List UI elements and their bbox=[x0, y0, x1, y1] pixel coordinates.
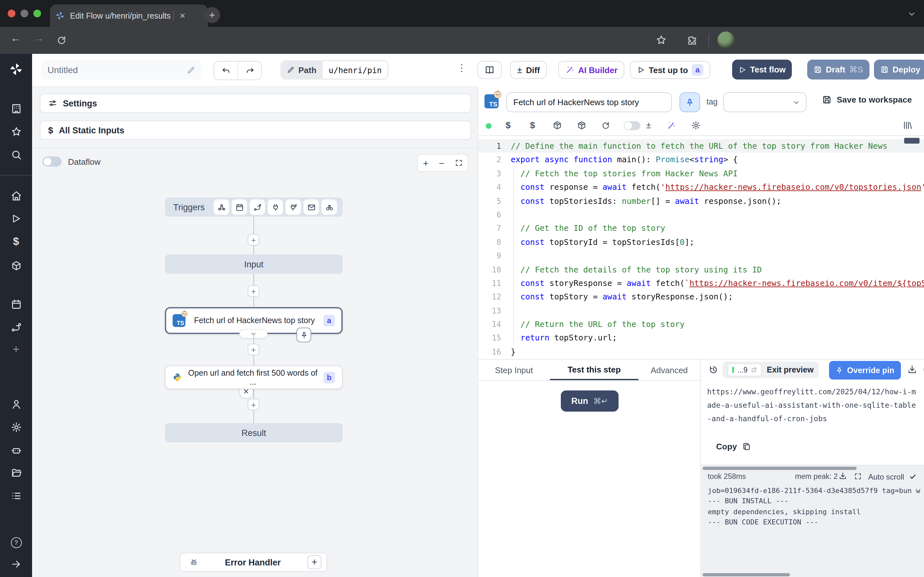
redo-button[interactable] bbox=[238, 61, 261, 79]
settings-bar[interactable]: Settings bbox=[40, 93, 471, 113]
reload-icon[interactable] bbox=[601, 121, 610, 130]
sidebar-item-routes[interactable] bbox=[8, 319, 24, 335]
bookmark-star-icon[interactable] bbox=[656, 35, 667, 45]
copy-button[interactable]: Copy bbox=[716, 442, 750, 451]
back-button[interactable]: ← bbox=[10, 32, 21, 45]
new-tab-button[interactable]: + bbox=[204, 7, 220, 23]
sidebar-item-create[interactable]: + bbox=[8, 342, 24, 357]
window-minimize-button[interactable] bbox=[21, 10, 28, 17]
package-icon[interactable] bbox=[552, 121, 562, 130]
path-chip[interactable]: Path u/henri/pin bbox=[280, 60, 388, 79]
log-hscrollbar-bottom[interactable] bbox=[703, 573, 790, 576]
history-icon[interactable] bbox=[708, 365, 718, 374]
expand-log-icon[interactable] bbox=[854, 472, 862, 480]
sidebar-item-help[interactable]: ? bbox=[8, 535, 24, 550]
add-step-button[interactable]: + bbox=[248, 285, 259, 297]
exit-preview-button[interactable]: Exit preview bbox=[767, 366, 814, 374]
vault-dollar-icon[interactable]: $ bbox=[506, 120, 511, 130]
package-icon[interactable] bbox=[577, 121, 586, 130]
zoom-out-button[interactable]: − bbox=[439, 157, 445, 168]
code-line[interactable]: 4 const response = await fetch('https://… bbox=[478, 180, 924, 194]
input-node[interactable]: Input bbox=[165, 255, 342, 274]
code-line[interactable]: 2export async function main(): Promise<s… bbox=[478, 153, 924, 167]
pin-result-button[interactable] bbox=[296, 327, 311, 342]
browser-tab[interactable]: Edit Flow u/henri/pin_results bbox=[50, 5, 208, 27]
webhook-trigger-button[interactable] bbox=[214, 199, 229, 215]
code-line[interactable]: 16} bbox=[478, 345, 924, 359]
code-line[interactable]: 9 bbox=[478, 249, 924, 263]
sidebar-item-workspace[interactable] bbox=[8, 101, 24, 116]
ai-builder-button[interactable]: AI Builder bbox=[558, 61, 625, 79]
code-line[interactable]: 1// Define the main function to fetch th… bbox=[478, 139, 924, 153]
test-up-to-button[interactable]: Test up toa bbox=[630, 61, 710, 79]
email-trigger-button[interactable] bbox=[304, 199, 319, 215]
triggers-node[interactable]: Triggers bbox=[165, 197, 342, 217]
pencil-icon[interactable] bbox=[187, 66, 195, 74]
add-step-button[interactable]: + bbox=[248, 343, 259, 355]
run-button[interactable]: Run ⌘↵ bbox=[561, 390, 619, 412]
flow-name-field[interactable]: Untitled bbox=[41, 60, 202, 79]
error-handler-node[interactable]: Error Handler + bbox=[180, 553, 327, 572]
job-id-chip[interactable]: ...9 bbox=[728, 364, 762, 376]
code-editor[interactable]: 1// Define the main function to fetch th… bbox=[478, 136, 924, 359]
code-line[interactable]: 11 const storyResponse = await fetch(`ht… bbox=[478, 276, 924, 290]
tab-close-icon[interactable] bbox=[179, 12, 186, 19]
library-icon[interactable] bbox=[903, 121, 913, 130]
sidebar-expand-button[interactable] bbox=[8, 556, 24, 572]
tab-advanced[interactable]: Advanced bbox=[638, 359, 700, 380]
override-pin-button[interactable]: Override pin bbox=[829, 361, 901, 380]
docs-button[interactable] bbox=[477, 61, 502, 79]
all-static-inputs-bar[interactable]: $All Static Inputs bbox=[40, 121, 471, 140]
ai-wand-icon[interactable] bbox=[667, 121, 676, 130]
forward-button[interactable]: → bbox=[33, 32, 44, 45]
deploy-button[interactable]: Deploy bbox=[874, 60, 924, 79]
code-line[interactable]: 8 const topStoryId = topStoriesIds[0]; bbox=[478, 235, 924, 249]
log-panel[interactable]: took 258ms mem peak: 2 Auto scroll job=0… bbox=[700, 465, 924, 577]
sidebar-item-workers[interactable] bbox=[8, 442, 24, 458]
step-node-b[interactable]: Open url and fetch first 500 words of ..… bbox=[165, 366, 342, 389]
info-icon[interactable] bbox=[923, 365, 924, 374]
more-options-kebab-icon[interactable]: ⋮ bbox=[457, 62, 467, 74]
sidebar-item-favorites[interactable] bbox=[8, 124, 24, 139]
dataflow-toggle[interactable] bbox=[42, 156, 61, 167]
sidebar-item-account[interactable] bbox=[8, 396, 24, 412]
pin-toggle-button[interactable] bbox=[680, 92, 700, 112]
tab-search-chevron-icon[interactable] bbox=[907, 10, 916, 19]
sidebar-item-resources[interactable] bbox=[8, 258, 24, 273]
sidebar-item-schedules[interactable] bbox=[8, 296, 24, 311]
sidebar-item-folders[interactable] bbox=[8, 465, 24, 480]
editor-scrollbar-thumb[interactable] bbox=[904, 138, 919, 143]
add-error-handler-button[interactable]: + bbox=[307, 555, 321, 569]
window-close-button[interactable] bbox=[8, 10, 15, 17]
fit-view-icon[interactable] bbox=[455, 159, 463, 167]
schedule-trigger-button[interactable] bbox=[232, 199, 247, 215]
add-step-button[interactable]: + bbox=[248, 399, 259, 410]
diff-mode-toggle[interactable] bbox=[624, 121, 640, 130]
reload-icon[interactable] bbox=[57, 35, 67, 45]
undo-button[interactable] bbox=[214, 61, 238, 79]
plus-minus-icon[interactable]: ± bbox=[646, 120, 651, 130]
code-line[interactable]: 6 bbox=[478, 208, 924, 221]
tab-step-input[interactable]: Step Input bbox=[478, 359, 550, 380]
result-node[interactable]: Result bbox=[165, 423, 342, 442]
code-line[interactable]: 10 // Fetch the details of the top story… bbox=[478, 263, 924, 276]
step-name-input[interactable] bbox=[506, 92, 672, 112]
extensions-icon[interactable] bbox=[687, 35, 697, 45]
code-line[interactable]: 13 bbox=[478, 303, 924, 318]
code-line[interactable]: 3 // Fetch the top stories from Hacker N… bbox=[478, 167, 924, 181]
download-log-icon[interactable] bbox=[838, 472, 847, 480]
websocket-trigger-button[interactable] bbox=[268, 199, 283, 215]
check-icon[interactable] bbox=[909, 473, 916, 480]
code-line[interactable]: 7 // Get the ID of the top story bbox=[478, 221, 924, 235]
sidebar-item-runs[interactable] bbox=[8, 211, 24, 226]
save-to-workspace-button[interactable]: Save to workspace bbox=[822, 95, 912, 105]
download-result-icon[interactable] bbox=[907, 365, 917, 374]
code-line[interactable]: 12 const topStory = await storyResponse.… bbox=[478, 290, 924, 304]
tab-test-this-step[interactable]: Test this step bbox=[550, 359, 638, 380]
draft-button[interactable]: Draft⌘S bbox=[807, 60, 869, 79]
zoom-in-button[interactable]: + bbox=[423, 157, 429, 168]
log-hscrollbar-top[interactable] bbox=[703, 467, 857, 470]
kafka-trigger-button[interactable] bbox=[286, 199, 301, 215]
sidebar-item-variables[interactable]: $ bbox=[8, 234, 24, 250]
sidebar-item-settings[interactable] bbox=[8, 419, 24, 435]
